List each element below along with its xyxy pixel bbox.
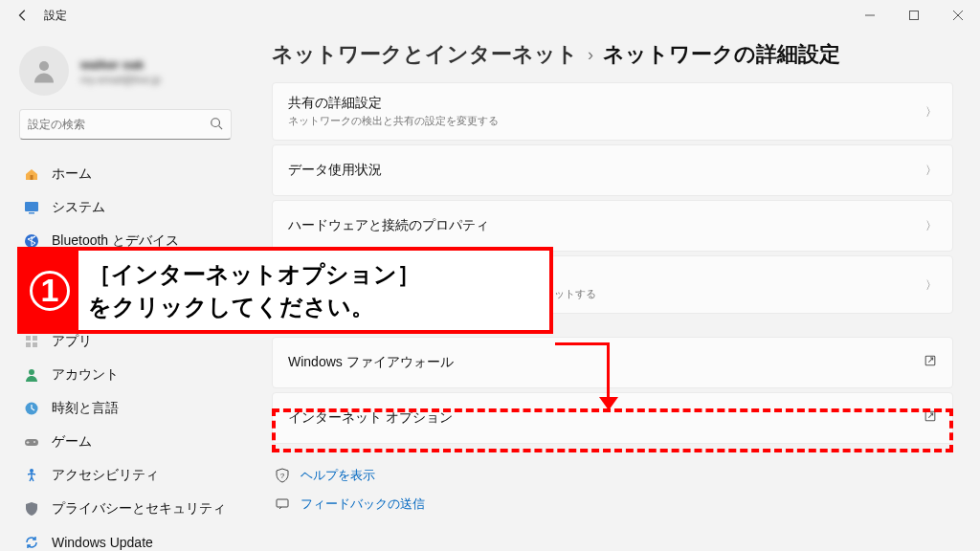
external-link-icon <box>924 409 937 427</box>
instruction-text: ［インターネットオプション］ をクリックしてください。 <box>78 251 430 330</box>
minimize-button[interactable] <box>848 0 892 31</box>
arrow-connector <box>607 342 610 400</box>
sidebar-item-label: Windows Update <box>52 535 153 550</box>
card-title: ハードウェアと接続のプロパティ <box>288 217 489 234</box>
person-icon <box>23 366 40 384</box>
svg-point-4 <box>39 61 49 71</box>
instruction-line2: をクリックしてください。 <box>88 291 420 323</box>
svg-rect-12 <box>26 336 31 341</box>
svg-point-5 <box>212 118 220 126</box>
back-button[interactable] <box>6 0 40 31</box>
chevron-right-icon: 〉 <box>925 218 937 234</box>
chevron-right-icon: 〉 <box>925 103 937 120</box>
chevron-right-icon: › <box>588 45 593 65</box>
accessibility-icon <box>23 467 40 484</box>
search-input[interactable] <box>28 118 210 131</box>
close-button[interactable] <box>936 0 980 31</box>
svg-text:?: ? <box>280 472 285 480</box>
chevron-right-icon: 〉 <box>925 163 937 179</box>
sidebar-item-home[interactable]: ホーム <box>13 158 235 190</box>
svg-rect-8 <box>25 202 38 211</box>
instruction-number-badge: 1 <box>21 251 78 330</box>
arrow-head-icon <box>599 397 618 410</box>
breadcrumb: ネットワークとインターネット › ネットワークの詳細設定 <box>272 38 953 82</box>
sidebar-item-label: アプリ <box>52 333 92 350</box>
titlebar: 設定 <box>0 0 980 31</box>
search-icon <box>210 117 223 133</box>
system-icon <box>23 199 40 216</box>
sidebar-item-system[interactable]: システム <box>13 191 235 224</box>
clock-globe-icon <box>23 400 40 417</box>
instruction-callout: 1 ［インターネットオプション］ をクリックしてください。 <box>17 247 553 334</box>
card-hardware-properties[interactable]: ハードウェアと接続のプロパティ 〉 <box>272 200 953 252</box>
svg-point-16 <box>29 369 34 375</box>
link-label: フィードバックの送信 <box>301 496 425 513</box>
chevron-right-icon: 〉 <box>925 276 937 293</box>
card-title: 共有の詳細設定 <box>288 95 382 112</box>
window-controls <box>848 0 980 31</box>
card-title: インターネット オプション <box>288 409 453 427</box>
svg-rect-15 <box>33 342 37 347</box>
sidebar-item-accessibility[interactable]: アクセシビリティ <box>13 459 235 492</box>
svg-rect-9 <box>29 212 34 214</box>
help-icon: ? <box>274 467 291 484</box>
profile-name: walker oak <box>80 57 161 72</box>
home-icon <box>23 165 40 183</box>
sidebar-item-label: プライバシーとセキュリティ <box>52 500 226 518</box>
profile-text: walker oak my-email@live.jp <box>80 57 161 85</box>
card-data-usage[interactable]: データ使用状況 〉 <box>272 144 953 196</box>
shield-icon <box>23 500 40 518</box>
update-icon <box>23 534 40 551</box>
svg-rect-13 <box>33 336 37 341</box>
card-advanced-sharing[interactable]: 共有の詳細設定 ネットワークの検出と共有の設定を変更する 〉 <box>272 82 953 141</box>
apps-icon <box>23 333 40 350</box>
card-title: データ使用状況 <box>288 162 382 179</box>
sidebar-item-label: 時刻と言語 <box>52 400 119 417</box>
sidebar-item-label: システム <box>52 199 105 216</box>
instruction-line1: ［インターネットオプション］ <box>88 258 420 291</box>
link-label: ヘルプを表示 <box>301 467 375 484</box>
window-title: 設定 <box>44 8 67 24</box>
nav-list: ホーム システム Bluetooth とデバイス ネットワークとインターネット … <box>11 157 249 551</box>
page-title: ネットワークの詳細設定 <box>603 40 840 69</box>
feedback-icon <box>274 496 291 513</box>
gamepad-icon <box>23 433 40 451</box>
sidebar-item-gaming[interactable]: ゲーム <box>13 426 235 458</box>
sidebar-item-accounts[interactable]: アカウント <box>13 359 235 391</box>
card-subtitle: ネットワークの検出と共有の設定を変更する <box>288 114 499 128</box>
maximize-button[interactable] <box>892 0 936 31</box>
svg-rect-1 <box>910 11 919 20</box>
svg-rect-24 <box>277 499 288 507</box>
sidebar-item-label: ホーム <box>52 165 92 183</box>
profile-block[interactable]: walker oak my-email@live.jp <box>11 38 249 109</box>
svg-point-20 <box>30 469 33 473</box>
card-title: Windows ファイアウォール <box>288 354 454 371</box>
avatar <box>19 46 69 96</box>
svg-rect-14 <box>26 342 31 347</box>
external-link-icon <box>924 354 937 371</box>
sidebar-item-label: アクセシビリティ <box>52 467 159 484</box>
sidebar-item-windows-update[interactable]: Windows Update <box>13 526 235 551</box>
sidebar-item-time-language[interactable]: 時刻と言語 <box>13 392 235 425</box>
sidebar-item-privacy[interactable]: プライバシーとセキュリティ <box>13 493 235 525</box>
svg-rect-7 <box>31 175 33 180</box>
sidebar-item-label: アカウント <box>52 366 119 384</box>
sidebar-item-label: ゲーム <box>52 433 92 451</box>
feedback-link[interactable]: フィードバックの送信 <box>272 490 953 518</box>
arrow-connector <box>555 342 609 345</box>
card-windows-firewall[interactable]: Windows ファイアウォール <box>272 337 953 388</box>
help-link[interactable]: ? ヘルプを表示 <box>272 461 953 490</box>
search-input-wrap[interactable] <box>19 109 232 140</box>
breadcrumb-level1[interactable]: ネットワークとインターネット <box>272 40 578 69</box>
svg-line-6 <box>219 125 223 129</box>
profile-email: my-email@live.jp <box>80 74 161 85</box>
svg-point-19 <box>33 441 35 443</box>
